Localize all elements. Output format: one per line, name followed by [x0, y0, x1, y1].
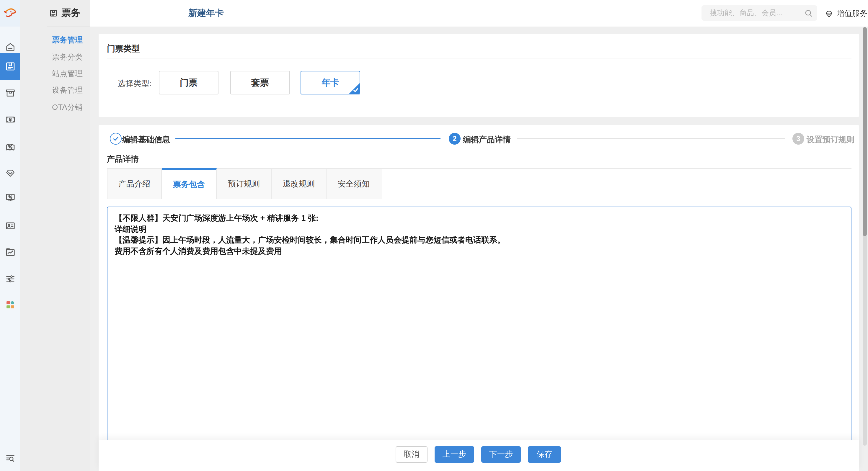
banknote-yuan-icon — [4, 114, 16, 125]
ticket-type-title: 门票类型 — [107, 44, 140, 54]
sidebar-item-settings-sliders[interactable] — [0, 265, 20, 292]
icon-rail — [0, 0, 20, 471]
sliders-icon — [4, 273, 16, 284]
step-number: 2 — [453, 134, 457, 143]
page-title: 新建年卡 — [188, 8, 224, 19]
sidebar-item-finance[interactable] — [0, 106, 20, 133]
sidebar-header: 票务 — [49, 6, 80, 20]
tab-product-intro[interactable]: 产品介绍 — [107, 169, 162, 199]
type-option-label: 门票 — [180, 77, 197, 88]
list-search-icon — [4, 453, 16, 464]
id-card-icon — [4, 220, 16, 231]
selected-corner-badge — [348, 83, 360, 94]
step-2-indicator: 2 — [449, 133, 461, 145]
scrollbar-thumb[interactable] — [863, 27, 867, 236]
check-icon — [112, 135, 119, 142]
sidebar-title: 票务 — [61, 7, 80, 19]
step-3-label: 设置预订规则 — [807, 134, 855, 145]
search-icon — [804, 8, 813, 18]
sidebar-item-coupons[interactable] — [0, 133, 20, 160]
brand-logo[interactable] — [0, 0, 20, 27]
details-tabstrip: 产品介绍 票务包含 预订规则 退改规则 安全须知 — [107, 168, 851, 198]
tab-safety-notice[interactable]: 安全须知 — [327, 169, 381, 199]
type-option-nianka[interactable]: 年卡 — [301, 71, 360, 94]
type-option-menpiao[interactable]: 门票 — [159, 71, 218, 94]
ticket-book-icon — [4, 61, 16, 72]
sidebar-panel: 票务 票务管理 票务分类 站点管理 设备管理 OTA分销 — [20, 0, 90, 471]
next-step-button[interactable]: 下一步 — [481, 446, 521, 463]
save-button[interactable]: 保存 — [528, 446, 561, 463]
step-connector-pending — [517, 138, 785, 139]
top-bar: 新建年卡 增值服务 — [90, 0, 868, 27]
sidebar-item-reports[interactable] — [0, 239, 20, 265]
apps-grid-icon — [4, 299, 16, 310]
search-input[interactable] — [709, 8, 801, 18]
product-details-title: 产品详情 — [107, 154, 139, 165]
footer-action-bar — [99, 440, 859, 471]
card-divider — [107, 58, 851, 58]
type-option-label: 年卡 — [321, 77, 339, 88]
value-added-services-button[interactable]: 增值服务 — [824, 0, 867, 27]
sidebar-item-membership[interactable] — [0, 159, 20, 186]
type-option-label: 套票 — [251, 77, 269, 88]
step-1-label: 编辑基础信息 — [122, 134, 170, 145]
value-added-services-label: 增值服务 — [837, 8, 867, 19]
ticket-includes-editor[interactable]: 【不限人群】天安门广场深度游上午场次 + 精讲服务 1 张: 详细说明 【温馨提… — [107, 207, 851, 454]
fox-logo-icon — [2, 6, 18, 21]
tab-ticket-includes[interactable]: 票务包含 — [162, 168, 217, 199]
global-search[interactable] — [702, 5, 817, 21]
tab-booking-rules[interactable]: 预订规则 — [217, 169, 272, 199]
coupon-percent-icon — [4, 141, 16, 152]
tab-refund-rules[interactable]: 退改规则 — [272, 169, 327, 199]
sidebar-item-packages[interactable] — [0, 80, 20, 106]
ticket-book-icon — [49, 8, 58, 18]
cancel-button[interactable]: 取消 — [396, 446, 428, 463]
step-number: 3 — [796, 134, 800, 143]
sidebar-item-staff-card[interactable] — [0, 213, 20, 239]
previous-step-button[interactable]: 上一步 — [435, 446, 474, 463]
sidebar-item-audit-search[interactable] — [0, 445, 20, 471]
gem-badge-icon — [824, 8, 834, 18]
select-type-label: 选择类型: — [118, 78, 152, 89]
app-window: 票务 票务管理 票务分类 站点管理 设备管理 OTA分销 新建年卡 增值服务 — [0, 0, 868, 471]
sidebar-item-apps-grid[interactable] — [0, 291, 20, 318]
sidebar-item-marketing-screen[interactable] — [0, 184, 20, 211]
sidebar-item-tickets[interactable] — [0, 53, 20, 80]
step-3-indicator: 3 — [793, 133, 804, 145]
gem-icon — [4, 167, 16, 178]
step-2-label: 编辑产品详情 — [463, 134, 511, 145]
step-connector-done — [175, 138, 440, 139]
report-chart-icon — [4, 247, 16, 258]
monitor-percent-icon — [4, 192, 16, 203]
step-1-indicator — [110, 133, 122, 145]
check-icon — [352, 87, 359, 93]
package-box-icon — [4, 87, 16, 99]
home-icon — [4, 41, 16, 53]
type-option-taopiao[interactable]: 套票 — [230, 71, 290, 94]
